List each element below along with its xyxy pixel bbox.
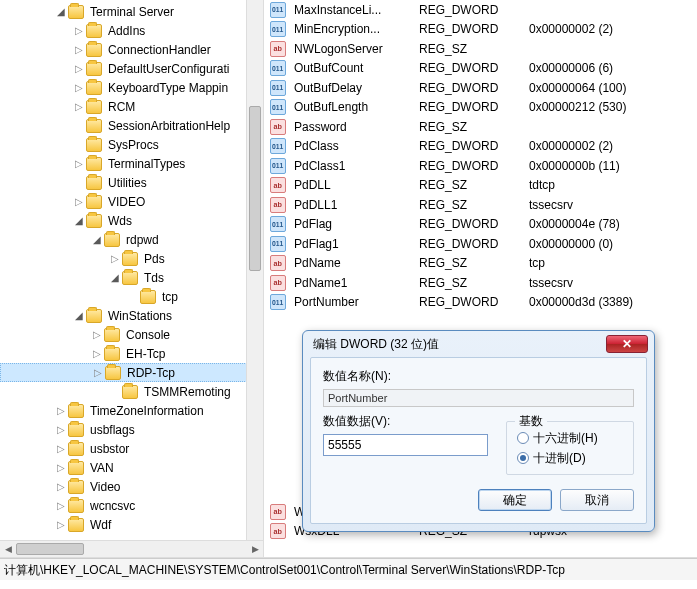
value-row[interactable]: OutBufLengthREG_DWORD0x00000212 (530): [264, 98, 697, 118]
value-row[interactable]: OutBufCountREG_DWORD0x00000006 (6): [264, 59, 697, 79]
expander-closed-icon[interactable]: [108, 254, 122, 264]
expander-closed-icon[interactable]: [54, 501, 68, 511]
value-name: PdFlag: [294, 217, 419, 231]
expander-closed-icon[interactable]: [54, 444, 68, 454]
value-name: PdDLL: [294, 178, 419, 192]
value-row[interactable]: PortNumberREG_DWORD0x00000d3d (3389): [264, 293, 697, 313]
expander-open-icon[interactable]: [72, 311, 86, 321]
value-data-input[interactable]: [323, 434, 488, 456]
tree-node[interactable]: Terminal Server: [0, 2, 263, 21]
tree-node[interactable]: TerminalTypes: [0, 154, 263, 173]
expander-closed-icon[interactable]: [72, 26, 86, 36]
value-row[interactable]: PdNameREG_SZtcp: [264, 254, 697, 274]
tree-node[interactable]: usbflags: [0, 420, 263, 439]
value-row[interactable]: PdClass1REG_DWORD0x0000000b (11): [264, 156, 697, 176]
value-row[interactable]: MinEncryption...REG_DWORD0x00000002 (2): [264, 20, 697, 40]
value-row[interactable]: PdFlagREG_DWORD0x0000004e (78): [264, 215, 697, 235]
value-name: Password: [294, 120, 419, 134]
tree-node[interactable]: Wds: [0, 211, 263, 230]
value-data: 0x00000000 (0): [529, 237, 697, 251]
folder-icon: [86, 157, 102, 171]
tree-hscroll-thumb[interactable]: [16, 543, 84, 555]
value-row[interactable]: PdClassREG_DWORD0x00000002 (2): [264, 137, 697, 157]
value-row[interactable]: NWLogonServerREG_SZ: [264, 39, 697, 59]
tree-node[interactable]: RCM: [0, 97, 263, 116]
tree-node[interactable]: WinStations: [0, 306, 263, 325]
expander-closed-icon[interactable]: [72, 159, 86, 169]
string-value-icon: [270, 523, 286, 539]
tree-node[interactable]: VAN: [0, 458, 263, 477]
hscroll-left-icon[interactable]: [0, 541, 16, 557]
tree-node[interactable]: AddIns: [0, 21, 263, 40]
tree-node[interactable]: Wdf: [0, 515, 263, 534]
expander-closed-icon[interactable]: [54, 463, 68, 473]
value-row[interactable]: OutBufDelayREG_DWORD0x00000064 (100): [264, 78, 697, 98]
ok-button[interactable]: 确定: [478, 489, 552, 511]
expander-open-icon[interactable]: [90, 235, 104, 245]
tree-node[interactable]: KeyboardType Mappin￼: [0, 78, 263, 97]
expander-closed-icon[interactable]: [54, 482, 68, 492]
tree-node[interactable]: ConnectionHandler: [0, 40, 263, 59]
folder-icon: [68, 404, 84, 418]
value-row[interactable]: PdDLL1REG_SZtssecsrv: [264, 195, 697, 215]
value-data: 0x00000002 (2): [529, 139, 697, 153]
tree-node[interactable]: SysProcs: [0, 135, 263, 154]
value-row[interactable]: PdName1REG_SZtssecsrv: [264, 273, 697, 293]
expander-closed-icon[interactable]: [72, 45, 86, 55]
value-row[interactable]: MaxInstanceLi...REG_DWORD: [264, 0, 697, 20]
tree-node-label: EH-Tcp: [123, 347, 168, 361]
dword-value-icon: [270, 2, 286, 18]
tree-node[interactable]: Video: [0, 477, 263, 496]
folder-icon: [68, 5, 84, 19]
expander-closed-icon[interactable]: [72, 102, 86, 112]
tree-node[interactable]: usbstor: [0, 439, 263, 458]
expander-closed-icon[interactable]: [54, 520, 68, 530]
tree-node[interactable]: TimeZoneInformation: [0, 401, 263, 420]
registry-tree[interactable]: Terminal ServerAddInsConnectionHandlerDe…: [0, 0, 263, 536]
expander-closed-icon[interactable]: [54, 425, 68, 435]
tree-hscrollbar[interactable]: [0, 540, 263, 557]
expander-closed-icon[interactable]: [72, 64, 86, 74]
tree-node[interactable]: tcp: [0, 287, 263, 306]
expander-closed-icon[interactable]: [54, 406, 68, 416]
expander-closed-icon[interactable]: [90, 330, 104, 340]
tree-node[interactable]: Pds: [0, 249, 263, 268]
expander-closed-icon[interactable]: [72, 83, 86, 93]
tree-node[interactable]: RDP-Tcp: [0, 363, 263, 382]
cancel-button[interactable]: 取消: [560, 489, 634, 511]
expander-open-icon[interactable]: [108, 273, 122, 283]
expander-closed-icon[interactable]: [91, 368, 105, 378]
tree-node[interactable]: TSMMRemoting: [0, 382, 263, 401]
dword-value-icon: [270, 216, 286, 232]
tree-node[interactable]: Console: [0, 325, 263, 344]
dialog-close-button[interactable]: ✕: [606, 335, 648, 353]
value-data: 0x00000d3d (3389): [529, 295, 697, 309]
tree-node[interactable]: DefaultUserConfigurati: [0, 59, 263, 78]
value-row[interactable]: PdDLLREG_SZtdtcp: [264, 176, 697, 196]
tree-node[interactable]: SessionArbitrationHelp: [0, 116, 263, 135]
tree-node[interactable]: wcncsvc: [0, 496, 263, 515]
hscroll-right-icon[interactable]: [247, 541, 263, 557]
tree-node[interactable]: rdpwd: [0, 230, 263, 249]
string-value-icon: [270, 255, 286, 271]
tree-node[interactable]: EH-Tcp: [0, 344, 263, 363]
value-row[interactable]: PasswordREG_SZ: [264, 117, 697, 137]
expander-open-icon[interactable]: [72, 216, 86, 226]
dword-value-icon: [270, 294, 286, 310]
expander-open-icon[interactable]: [54, 7, 68, 17]
tree-node[interactable]: VIDEO: [0, 192, 263, 211]
tree-node[interactable]: Tds: [0, 268, 263, 287]
radix-dec-option[interactable]: 十进制(D): [517, 448, 623, 468]
tree-vscroll-thumb[interactable]: [249, 106, 261, 271]
radix-hex-option[interactable]: 十六进制(H): [517, 428, 623, 448]
tree-vscrollbar[interactable]: [246, 0, 263, 540]
folder-icon: [86, 24, 102, 38]
expander-closed-icon[interactable]: [72, 197, 86, 207]
value-type: REG_SZ: [419, 120, 529, 134]
dword-value-icon: [270, 138, 286, 154]
folder-icon: [86, 100, 102, 114]
expander-closed-icon[interactable]: [90, 349, 104, 359]
tree-node-label: tcp: [159, 290, 181, 304]
value-row[interactable]: PdFlag1REG_DWORD0x00000000 (0): [264, 234, 697, 254]
tree-node[interactable]: Utilities: [0, 173, 263, 192]
